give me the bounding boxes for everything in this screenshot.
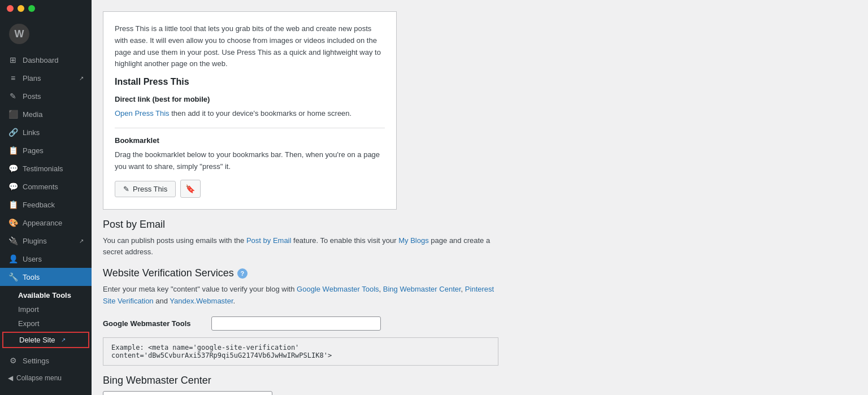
pages-icon: 📋 (8, 146, 18, 155)
bing-webmaster-link[interactable]: Bing Webmaster Center (383, 285, 461, 293)
sidebar-item-dashboard[interactable]: ⊞ Dashboard (0, 51, 92, 69)
appearance-icon: 🎨 (8, 218, 18, 227)
verif-text-end: . (233, 297, 236, 305)
dashboard-icon: ⊞ (8, 55, 18, 64)
collapse-arrow-icon: ◀ (8, 374, 13, 382)
feedback-icon: 📋 (8, 200, 18, 209)
bookmarklet-heading: Bookmarklet (115, 136, 385, 145)
post-by-email-link[interactable]: Post by Email (246, 236, 291, 245)
bookmarklet-buttons: ✎ Press This 🔖 (115, 180, 385, 198)
sidebar-item-posts[interactable]: ✎ Posts (0, 87, 92, 105)
direct-link-suffix: then add it to your device's bookmarks o… (171, 109, 351, 118)
sidebar-item-plans[interactable]: ≡ Plans ↗ (0, 69, 92, 87)
google-example-text: Example: <meta name='google-site-verific… (111, 344, 332, 359)
google-form-row: Google Webmaster Tools (103, 316, 498, 331)
sidebar-label-comments: Comments (23, 183, 58, 191)
google-example-box: Example: <meta name='google-site-verific… (103, 337, 498, 366)
press-this-button[interactable]: ✎ Press This (115, 181, 176, 197)
verification-help-icon[interactable]: ? (237, 268, 248, 279)
sidebar: W ⊞ Dashboard ≡ Plans ↗ ✎ Posts ⬛ Media … (0, 0, 92, 395)
collapse-menu[interactable]: ◀ Collapse menu (0, 370, 92, 387)
verification-heading: Website Verification Services ? (103, 267, 498, 279)
google-form-label: Google Webmaster Tools (103, 319, 205, 328)
post-by-email-text: You can publish posts using emails with … (103, 235, 498, 259)
post-by-email-section: Post by Email You can publish posts usin… (103, 219, 498, 259)
sidebar-label-feedback: Feedback (23, 201, 55, 209)
bing-input[interactable] (103, 391, 272, 395)
sidebar-item-settings[interactable]: ⚙ Settings (0, 351, 92, 370)
bookmarklet-icon-button[interactable]: 🔖 (180, 180, 201, 198)
press-this-btn-label: Press This (133, 185, 167, 193)
verif-sep2: , (461, 285, 463, 293)
bing-section: Bing Webmaster Center (103, 375, 498, 395)
sidebar-label-pages: Pages (23, 146, 44, 155)
import-label: Import (18, 305, 39, 314)
sidebar-item-comments[interactable]: 💬 Comments (0, 177, 92, 196)
settings-icon: ⚙ (8, 356, 18, 365)
verif-sep1: , (379, 285, 381, 293)
sidebar-item-feedback[interactable]: 📋 Feedback (0, 196, 92, 214)
post-by-email-heading: Post by Email (103, 219, 498, 231)
sidebar-label-settings: Settings (23, 357, 49, 365)
sidebar-sub-export[interactable]: Export (0, 316, 92, 331)
comments-icon: 💬 (8, 182, 18, 191)
sidebar-label-media: Media (23, 110, 42, 119)
users-icon: 👤 (8, 254, 18, 263)
sidebar-sub-available-tools[interactable]: Available Tools (0, 288, 92, 302)
posts-icon: ✎ (8, 92, 18, 101)
press-this-btn-icon: ✎ (123, 185, 129, 193)
sidebar-sub-delete-site[interactable]: Delete Site ↗ (3, 333, 88, 347)
export-label: Export (18, 319, 40, 328)
sidebar-item-testimonials[interactable]: 💬 Testimonials (0, 159, 92, 177)
yandex-link[interactable]: Yandex.Webmaster (170, 297, 233, 305)
plugins-external-icon: ↗ (79, 238, 84, 244)
sidebar-item-tools[interactable]: 🔧 Tools (0, 268, 92, 286)
sidebar-label-posts: Posts (23, 92, 41, 101)
google-webmaster-tools-link[interactable]: Google Webmaster Tools (297, 285, 379, 293)
press-this-box: Press This is a little tool that lets yo… (103, 11, 397, 210)
verif-text-and: and (155, 297, 168, 305)
my-blogs-link[interactable]: My Blogs (398, 236, 428, 245)
sidebar-label-tools: Tools (23, 273, 40, 281)
sidebar-label-links: Links (23, 128, 40, 137)
links-icon: 🔗 (8, 128, 18, 137)
sidebar-item-pages[interactable]: 📋 Pages (0, 141, 92, 159)
verif-text-before: Enter your meta key "content" value to v… (103, 285, 294, 293)
sidebar-label-plugins: Plugins (23, 237, 47, 245)
sidebar-label-appearance: Appearance (23, 219, 62, 227)
sidebar-label-users: Users (23, 255, 42, 263)
wp-logo-area: W (0, 17, 92, 51)
delete-site-label: Delete Site (19, 336, 55, 344)
minimize-button[interactable] (18, 5, 24, 12)
plans-external-icon: ↗ (79, 75, 84, 81)
pbe-text-middle: feature. To enable this visit your (293, 236, 397, 245)
pbe-text-before: You can publish posts using emails with … (103, 236, 244, 245)
section-divider (115, 128, 385, 128)
sidebar-item-media[interactable]: ⬛ Media (0, 105, 92, 123)
sidebar-item-users[interactable]: 👤 Users (0, 250, 92, 268)
press-this-description: Press This is a little tool that lets yo… (115, 23, 385, 70)
install-press-this-heading: Install Press This (115, 77, 385, 87)
sidebar-sub-delete-site-wrapper: Delete Site ↗ (0, 332, 92, 348)
testimonials-icon: 💬 (8, 164, 18, 173)
sidebar-sub-import[interactable]: Import (0, 302, 92, 316)
window-chrome (0, 0, 92, 17)
sidebar-label-dashboard: Dashboard (23, 56, 59, 64)
bookmark-icon: 🔖 (185, 184, 195, 193)
plugins-icon: 🔌 (8, 236, 18, 245)
sidebar-item-links[interactable]: 🔗 Links (0, 123, 92, 141)
delete-site-highlight: Delete Site ↗ (2, 332, 89, 348)
plans-icon: ≡ (8, 73, 18, 83)
maximize-button[interactable] (28, 5, 35, 12)
sidebar-item-appearance[interactable]: 🎨 Appearance (0, 214, 92, 232)
close-button[interactable] (7, 5, 14, 12)
delete-site-external-icon: ↗ (61, 337, 66, 343)
bing-heading: Bing Webmaster Center (103, 375, 498, 387)
direct-link-heading: Direct link (best for mobile) (115, 95, 385, 103)
google-input[interactable] (211, 316, 381, 331)
sidebar-item-plugins[interactable]: 🔌 Plugins ↗ (0, 232, 92, 250)
wp-logo: W (9, 24, 29, 44)
open-press-this-link[interactable]: Open Press This (115, 109, 170, 118)
sidebar-label-testimonials: Testimonials (23, 164, 63, 173)
tools-icon: 🔧 (8, 272, 18, 281)
